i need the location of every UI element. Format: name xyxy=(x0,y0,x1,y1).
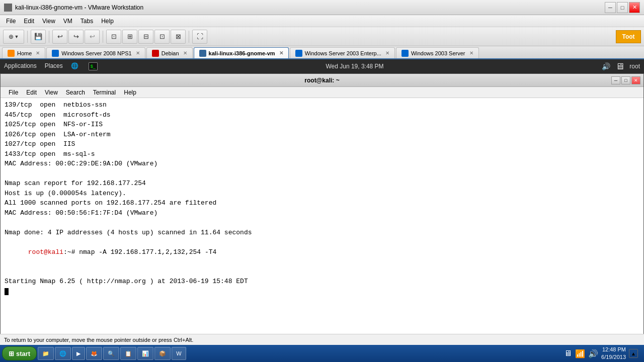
view-btn4[interactable]: ⊡ xyxy=(154,30,170,44)
view-btn5[interactable]: ⊠ xyxy=(171,30,186,44)
tmenu-terminal[interactable]: Terminal xyxy=(89,89,120,96)
tab-bar: Home ✕ Windows Server 2008 NPS1 ✕ Debian… xyxy=(0,46,644,59)
menu-tabs[interactable]: Tabs xyxy=(76,17,97,26)
view-btn1[interactable]: ⊡ xyxy=(106,30,121,44)
line-2: 445/tcp open microsoft-ds xyxy=(5,110,639,120)
taskbar-explorer[interactable]: 📁 xyxy=(38,347,54,360)
tab-ws2003-label: Windows Server 2003 Enterp... xyxy=(305,50,381,56)
term-minimize-btn[interactable]: ─ xyxy=(611,76,620,84)
gnome-places[interactable]: Places xyxy=(45,62,63,70)
tab-debian-label: Debian xyxy=(162,50,179,56)
tmenu-file[interactable]: File xyxy=(5,89,22,96)
line-prompt: root@kali:~# nmap -A 192.168.177.1,2,132… xyxy=(5,237,639,267)
refresh-button[interactable]: ↩ xyxy=(85,30,100,44)
tab-ws2003-close[interactable]: ✕ xyxy=(385,50,389,56)
line-blank2 xyxy=(5,218,639,228)
toolbar-separator xyxy=(27,31,28,43)
tab-ws2008-close[interactable]: ✕ xyxy=(136,50,140,56)
fullscreen-button[interactable]: ⛶ xyxy=(192,30,207,44)
line-4: 1026/tcp open LSA-or-nterm xyxy=(5,130,639,140)
gnome-datetime: Wed Jun 19, 3:48 PM xyxy=(108,63,602,70)
line-mac1: MAC Address: 00:0C:29:DE:9A:D0 (VMware) xyxy=(5,159,639,169)
toolbar-separator2 xyxy=(49,31,49,43)
menu-view[interactable]: View xyxy=(38,17,59,26)
toot-button[interactable]: Toot xyxy=(616,30,641,43)
toolbar-separator3 xyxy=(103,31,103,43)
line-starting: Starting Nmap 6.25 ( http://nmap.org ) a… xyxy=(5,277,639,287)
statusbar: To return to your computer, move the mou… xyxy=(0,334,644,345)
tmenu-help[interactable]: Help xyxy=(120,89,140,96)
terminal-icon[interactable]: $_ xyxy=(89,62,98,70)
menu-vm[interactable]: VM xyxy=(59,17,76,26)
line-cursor-line xyxy=(5,287,639,297)
gnome-applications[interactable]: Applications xyxy=(4,62,37,70)
taskbar-calc[interactable]: 📋 xyxy=(120,347,136,360)
gnome-user: root xyxy=(629,63,640,70)
tmenu-view[interactable]: View xyxy=(41,89,62,96)
taskbar-box[interactable]: 📦 xyxy=(154,347,171,360)
menu-edit[interactable]: Edit xyxy=(20,17,38,26)
terminal-win-controls: ─ □ ✕ xyxy=(611,76,640,84)
tab-ws2003[interactable]: Windows Server 2003 Enterp... ✕ xyxy=(290,47,395,58)
tab-debian-close[interactable]: ✕ xyxy=(183,50,187,56)
line-1: 139/tcp open netbios-ssn xyxy=(5,100,639,110)
tab-win2003s[interactable]: Windows 2003 Server ✕ xyxy=(396,47,479,58)
volume-icon[interactable]: 🔊 xyxy=(602,62,610,70)
taskbar-word[interactable]: W xyxy=(172,347,186,360)
tab-home-close[interactable]: ✕ xyxy=(36,50,40,56)
terminal-menu: File Edit View Search Terminal Help xyxy=(1,87,643,98)
taskbar: ⊞ start 📁 🌐 ▶ 🦊 🔍 📋 📊 📦 W 🖥 📶 🔊 12:48 PM… xyxy=(0,345,644,362)
maximize-button[interactable]: □ xyxy=(617,2,628,13)
toolbar-separator4 xyxy=(189,31,189,43)
vmware-menubar: File Edit View VM Tabs Help xyxy=(0,15,644,27)
menu-help[interactable]: Help xyxy=(97,17,118,26)
close-button[interactable]: ✕ xyxy=(629,2,640,13)
taskbar-ie[interactable]: 🌐 xyxy=(55,347,71,360)
gnome-topbar: Applications Places 🌐 $_ Wed Jun 19, 3:4… xyxy=(0,59,644,73)
tab-win2003s-close[interactable]: ✕ xyxy=(469,50,473,56)
terminal-window: root@kali: ~ ─ □ ✕ File Edit View Search… xyxy=(0,73,644,352)
view-btn3[interactable]: ⊟ xyxy=(138,30,153,44)
clock-time: 12:48 PM xyxy=(601,346,626,353)
revert-button[interactable]: ↩ xyxy=(52,30,67,44)
tray-icon-network: 📶 xyxy=(575,349,585,358)
command-text: nmap -A 192.168.177.1,2,132,254 -T4 xyxy=(79,248,216,256)
vmware-toolbar: ⊕▼ 💾 ↩ ↪ ↩ ⊡ ⊞ ⊟ ⊡ ⊠ ⛶ Toot xyxy=(0,27,644,46)
taskbar-clock: 12:48 PM 6/19/2013 xyxy=(601,346,626,361)
vmware-icon xyxy=(4,4,12,12)
clock-date: 6/19/2013 xyxy=(601,353,626,361)
suspend-button[interactable]: 💾 xyxy=(31,30,46,44)
taskbar-media[interactable]: ▶ xyxy=(72,347,85,360)
system-tray: 🖥 📶 🔊 12:48 PM 6/19/2013 ▲ xyxy=(564,346,642,361)
minimize-button[interactable]: ─ xyxy=(605,2,616,13)
tab-kali[interactable]: kali-linux-i386-gnome-vm ✕ xyxy=(194,47,289,58)
line-6: 1433/tcp open ms-sql-s xyxy=(5,149,639,159)
taskbar-firefox[interactable]: 🦊 xyxy=(86,347,102,360)
tab-debian[interactable]: Debian ✕ xyxy=(146,47,193,58)
tab-win2003s-label: Windows 2003 Server xyxy=(411,50,465,56)
tmenu-search[interactable]: Search xyxy=(62,89,89,96)
prompt-user: root@kali xyxy=(28,248,63,256)
taskbar-chart[interactable]: 📊 xyxy=(137,347,153,360)
gnome-app-menu: Applications Places 🌐 $_ xyxy=(4,62,98,70)
start-button[interactable]: ⊞ start xyxy=(2,346,37,360)
notification-icon[interactable]: ▲ xyxy=(629,349,638,358)
terminal-titlebar: root@kali: ~ ─ □ ✕ xyxy=(1,74,643,87)
taskbar-search[interactable]: 🔍 xyxy=(103,347,119,360)
prompt-dir: :~# xyxy=(63,248,79,256)
line-blank1 xyxy=(5,169,639,179)
forward-button[interactable]: ↪ xyxy=(68,30,84,44)
tmenu-edit[interactable]: Edit xyxy=(22,89,41,96)
term-maximize-btn[interactable]: □ xyxy=(621,76,630,84)
view-btn2[interactable]: ⊞ xyxy=(122,30,137,44)
menu-file[interactable]: File xyxy=(2,17,20,26)
power-button[interactable]: ⊕▼ xyxy=(3,30,24,44)
vmware-title: kali-linux-i386-gnome-vm - VMware Workst… xyxy=(15,4,605,11)
tab-home[interactable]: Home ✕ xyxy=(2,47,45,58)
tab-kali-close[interactable]: ✕ xyxy=(279,50,283,56)
terminal-title: root@kali: ~ xyxy=(304,77,339,84)
terminal-content[interactable]: 139/tcp open netbios-ssn 445/tcp open mi… xyxy=(1,98,643,337)
term-close-btn[interactable]: ✕ xyxy=(631,76,640,84)
tab-ws2008[interactable]: Windows Server 2008 NPS1 ✕ xyxy=(46,47,145,58)
line-mac2: MAC Address: 00:50:56:F1:7F:D4 (VMware) xyxy=(5,208,639,218)
